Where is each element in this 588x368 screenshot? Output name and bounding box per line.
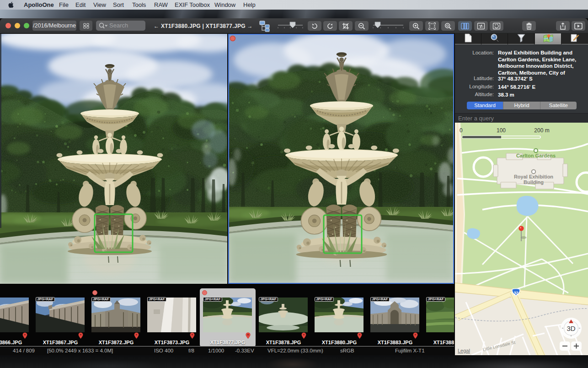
- svg-text:Legal: Legal: [458, 348, 470, 353]
- svg-text:0: 0: [460, 127, 463, 134]
- svg-text:3D: 3D: [567, 325, 575, 332]
- svg-text:Building: Building: [524, 179, 544, 185]
- svg-text:200 m: 200 m: [534, 127, 549, 134]
- svg-text:32: 32: [513, 291, 518, 295]
- svg-text:100: 100: [497, 127, 506, 134]
- svg-text:Royal Exhibition: Royal Exhibition: [514, 174, 553, 179]
- svg-text:Carlton Gardens: Carlton Gardens: [516, 153, 556, 158]
